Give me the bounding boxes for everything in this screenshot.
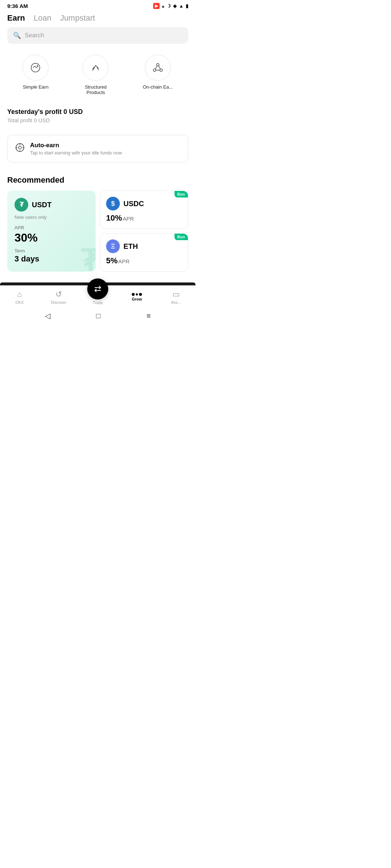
yesterday-profit: Yesterday's profit 0 USD [7,108,188,116]
nav-trade[interactable]: ⇄ Trade [87,289,109,305]
eth-name: ETH [123,242,138,251]
tab-jumpstart[interactable]: Jumpstart [60,13,95,23]
battery-icon: ▮ [186,3,188,9]
usdc-coin-row: $ USDC [106,197,182,210]
usdt-name: USDT [32,201,51,209]
search-placeholder: Search [25,32,44,39]
nav-okx[interactable]: ⌂ OKX [9,290,30,305]
auto-earn-subtitle: Tap to start earning with your idle fund… [30,150,122,156]
category-onchain-earn[interactable]: On-chain Ea... [143,55,173,95]
wifi-icon: ▲ [179,3,184,9]
usdt-tag: New users only [14,214,88,220]
simple-earn-icon [22,55,49,81]
home-button[interactable]: □ [96,312,101,320]
discover-icon: ↺ [55,290,62,299]
nav-assets[interactable]: ▭ Ass... [165,290,187,305]
svg-line-10 [155,66,157,69]
nav-assets-label: Ass... [171,300,181,305]
search-icon: 🔍 [13,31,21,39]
structured-products-label: Structured Products [79,84,112,95]
svg-line-11 [159,66,160,69]
nav-grow-label: Grow [132,297,142,301]
recommended-title: Recommended [7,175,188,185]
usdt-coin-row: ₮ USDT [14,198,88,212]
tab-loan[interactable]: Loan [34,13,51,23]
category-row: Simple Earn Structured Products O [0,51,196,102]
eth-apr: 5%APR [106,256,182,265]
grow-icon [132,293,142,296]
usdt-apr-value: 30% [14,231,88,244]
bluetooth-icon: ⁎ [162,3,164,9]
cards-grid: ₮ USDT New users only APR 30% Term 3 day… [7,191,188,272]
signal-icon: ◈ [173,3,177,9]
recommended-section: Recommended ₮ USDT New users only APR 30… [0,168,196,275]
usdc-icon: $ [106,197,120,210]
usdt-icon: ₮ [14,198,28,212]
category-structured-products[interactable]: Structured Products [79,55,112,95]
usdt-term-label: Term [14,248,88,254]
trade-icon: ⇄ [94,284,101,294]
svg-point-14 [18,146,21,149]
menu-button[interactable]: ≡ [147,312,151,320]
auto-earn-title: Auto-earn [30,142,122,149]
auto-earn-icon [15,142,25,155]
nav-tabs: Earn Loan Jumpstart [0,10,196,27]
svg-point-7 [156,64,159,66]
eth-card[interactable]: Bon Ξ ETH 5%APR [100,233,188,272]
search-bar[interactable]: 🔍 Search [7,27,188,44]
eth-badge: Bon [175,234,188,240]
category-simple-earn[interactable]: Simple Earn [22,55,49,95]
nav-grow[interactable]: Grow [126,293,148,301]
auto-earn-card[interactable]: Auto-earn Tap to start earning with your… [7,135,188,162]
structured-products-icon [83,55,109,81]
tab-earn[interactable]: Earn [7,13,25,23]
usdc-card[interactable]: Bon $ USDC 10%APR [100,191,188,229]
svg-point-9 [160,69,162,72]
usdc-name: USDC [123,200,144,208]
nav-discover[interactable]: ↺ Discover [48,290,70,305]
assets-icon: ▭ [172,290,180,299]
usdt-card[interactable]: ₮ USDT New users only APR 30% Term 3 day… [7,191,96,272]
svg-point-8 [153,69,156,72]
nav-okx-label: OKX [15,300,24,305]
camera-icon: ▶ [153,3,160,9]
total-profit: Total profit 0 USD [7,117,188,123]
trade-fab[interactable]: ⇄ [87,278,108,299]
onchain-earn-label: On-chain Ea... [143,84,173,90]
onchain-earn-icon [145,55,171,81]
usdc-apr: 10%APR [106,213,182,223]
system-nav: ◁ □ ≡ [0,308,196,324]
status-time: 9:36 AM [7,3,28,9]
usdt-apr-label: APR [14,225,88,230]
svg-marker-1 [37,65,38,66]
nav-trade-label: Trade [93,301,103,305]
usdc-badge: Bon [175,191,188,197]
status-icons: ▶ ⁎ ☽ ◈ ▲ ▮ [153,3,188,9]
eth-icon: Ξ [106,239,120,253]
simple-earn-label: Simple Earn [23,84,49,90]
usdt-term-value: 3 days [14,254,88,264]
home-icon: ⌂ [17,290,22,299]
svg-point-0 [31,63,40,72]
profit-section: Yesterday's profit 0 USD Total profit 0 … [0,102,196,129]
moon-icon: ☽ [167,3,171,9]
eth-coin-row: Ξ ETH [106,239,182,253]
bottom-nav: ⌂ OKX ↺ Discover ⇄ Trade Grow ▭ Ass... [0,285,196,308]
back-button[interactable]: ◁ [45,311,50,320]
usdt-watermark: ₮ [81,246,96,272]
nav-discover-label: Discover [51,300,67,305]
status-bar: 9:36 AM ▶ ⁎ ☽ ◈ ▲ ▮ [0,0,196,10]
